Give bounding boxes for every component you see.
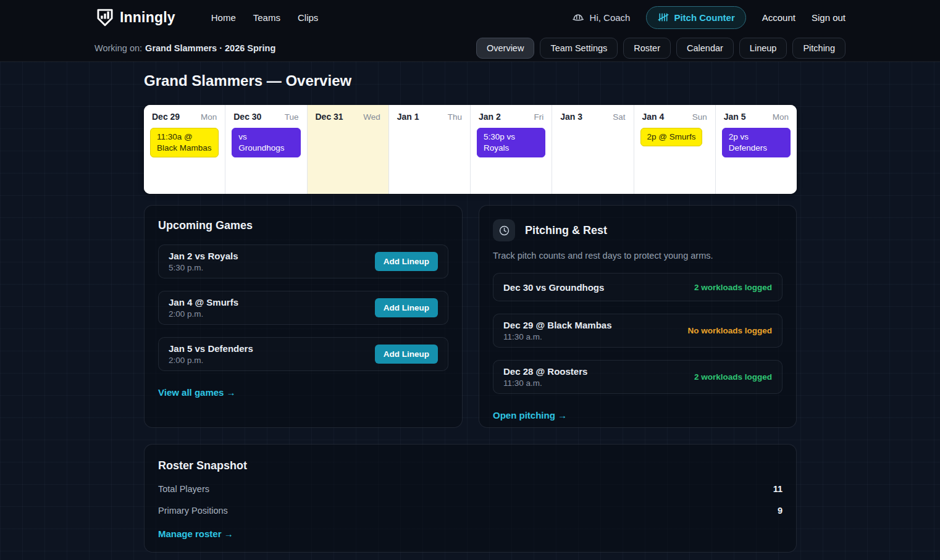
calendar-day-date: Jan 1 (397, 112, 419, 122)
roster-stat-row: Primary Positions 9 (158, 506, 783, 516)
game-name: Jan 4 @ Smurfs (169, 297, 238, 307)
nav-home[interactable]: Home (211, 12, 236, 23)
calendar-day: Dec 29 Mon 11:30a @ Black Mambas (144, 105, 225, 194)
roster-stat-value: 9 (778, 506, 783, 516)
team-tab[interactable]: Team Settings (540, 38, 618, 59)
calendar-day: Dec 30 Tue vs Groundhogs (225, 105, 307, 194)
main-content: Grand Slammers — Overview Dec 29 Mon 11:… (0, 62, 940, 560)
roster-stat-label: Total Players (158, 484, 209, 494)
game-chip[interactable]: 5:30p vs Royals (477, 128, 545, 157)
workload-game-name: Dec 29 @ Black Mambas (503, 320, 612, 330)
roster-stat-value: 11 (773, 484, 783, 494)
team-tab[interactable]: Lineup (739, 38, 787, 59)
nav-teams[interactable]: Teams (253, 12, 280, 23)
calendar-day-weekday: Mon (773, 112, 789, 122)
upcoming-games-card: Upcoming Games Jan 2 vs Royals 5:30 p.m.… (144, 205, 463, 428)
calendar-day: Jan 4 Sun 2p @ Smurfs (634, 105, 716, 194)
add-lineup-button[interactable]: Add Lineup (375, 345, 438, 364)
workload-list: Dec 30 vs Groundhogs 2 workloads logged … (493, 273, 783, 394)
game-name: Jan 5 vs Defenders (169, 343, 253, 354)
add-lineup-button[interactable]: Add Lineup (375, 298, 438, 317)
working-on-context: Working on:Grand Slammers · 2026 Spring (94, 43, 275, 53)
calendar-day-date: Jan 5 (724, 112, 746, 122)
calendar-strip: Dec 29 Mon 11:30a @ Black Mambas Dec 30 … (144, 105, 797, 194)
game-time: 2:00 p.m. (169, 356, 253, 365)
calendar-day-weekday: Mon (201, 112, 217, 122)
team-tab[interactable]: Overview (476, 38, 534, 59)
manage-roster-link[interactable]: Manage roster → (158, 529, 233, 539)
account-link[interactable]: Account (762, 12, 795, 23)
team-tab[interactable]: Calendar (676, 38, 734, 59)
calendar-day-date: Dec 29 (152, 112, 180, 122)
open-pitching-link[interactable]: Open pitching → (493, 410, 567, 420)
roster-snapshot-card: Roster Snapshot Total Players 11 Primary… (144, 444, 797, 553)
workload-game-time: 11:30 a.m. (503, 378, 587, 388)
game-row: Jan 4 @ Smurfs 2:00 p.m. Add Lineup (158, 291, 448, 325)
brand-name: Inningly (120, 9, 175, 26)
tally-marks-icon (657, 12, 669, 23)
game-chip[interactable]: 11:30a @ Black Mambas (150, 128, 219, 157)
game-name: Jan 2 vs Royals (169, 251, 238, 261)
workload-row: Dec 30 vs Groundhogs 2 workloads logged (493, 273, 783, 301)
roster-stat-label: Primary Positions (158, 506, 228, 516)
roster-snapshot-title: Roster Snapshot (158, 459, 783, 472)
calendar-day: Jan 5 Mon 2p vs Defenders (716, 105, 797, 194)
calendar-day-weekday: Sat (613, 112, 625, 122)
game-time: 5:30 p.m. (169, 263, 238, 272)
pitching-rest-title: Pitching & Rest (525, 224, 607, 237)
workload-game-name: Dec 28 @ Roosters (503, 366, 587, 377)
baseball-cap-icon (572, 11, 584, 23)
game-chip[interactable]: vs Groundhogs (232, 128, 300, 157)
roster-stat-row: Total Players 11 (158, 484, 783, 494)
calendar-day-date: Jan 3 (560, 112, 582, 122)
calendar-day-weekday: Tue (285, 112, 299, 122)
game-row: Jan 2 vs Royals 5:30 p.m. Add Lineup (158, 244, 448, 278)
nav-clips[interactable]: Clips (298, 12, 318, 23)
app-header: Inningly Home Teams Clips Hi, Coach (0, 0, 940, 62)
upcoming-games-list: Jan 2 vs Royals 5:30 p.m. Add Lineup Jan… (158, 244, 448, 371)
calendar-day-weekday: Wed (363, 112, 380, 122)
workload-game-time: 11:30 a.m. (503, 332, 612, 341)
calendar-day-date: Jan 4 (642, 112, 665, 122)
game-row: Jan 5 vs Defenders 2:00 p.m. Add Lineup (158, 337, 448, 371)
workload-game-name: Dec 30 vs Groundhogs (503, 282, 604, 293)
workload-row: Dec 28 @ Roosters 11:30 a.m. 2 workloads… (493, 360, 783, 394)
game-chip[interactable]: 2p @ Smurfs (640, 128, 703, 146)
page-title: Grand Slammers — Overview (144, 72, 797, 90)
calendar-day: Jan 2 Fri 5:30p vs Royals (471, 105, 552, 194)
home-plate-chart-icon (94, 7, 115, 28)
calendar-day: Jan 1 Thu (389, 105, 471, 194)
team-tabs: Overview Team Settings Roster Calendar L… (476, 38, 846, 59)
team-tab[interactable]: Roster (623, 38, 671, 59)
workload-status-badge: 2 workloads logged (694, 283, 772, 292)
signout-link[interactable]: Sign out (812, 12, 846, 23)
upcoming-games-title: Upcoming Games (158, 219, 448, 232)
roster-stats: Total Players 11 Primary Positions 9 (158, 484, 783, 516)
calendar-day-weekday: Thu (448, 112, 462, 122)
pitching-rest-card: Pitching & Rest Track pitch counts and r… (479, 205, 797, 428)
calendar-day-date: Jan 2 (479, 112, 501, 122)
calendar-day: Jan 3 Sat (552, 105, 634, 194)
view-all-games-link[interactable]: View all games → (158, 387, 236, 398)
game-time: 2:00 p.m. (169, 309, 238, 319)
workload-row: Dec 29 @ Black Mambas 11:30 a.m. No work… (493, 314, 783, 348)
brand-logo[interactable]: Inningly (94, 7, 175, 28)
add-lineup-button[interactable]: Add Lineup (375, 252, 438, 271)
workload-status-badge: No workloads logged (687, 326, 772, 335)
team-tab[interactable]: Pitching (792, 38, 846, 59)
calendar-day-weekday: Fri (534, 112, 544, 122)
user-greeting: Hi, Coach (572, 11, 631, 23)
main-nav: Home Teams Clips (211, 12, 319, 23)
calendar-day-weekday: Sun (692, 112, 707, 122)
pitch-counter-button[interactable]: Pitch Counter (646, 6, 745, 29)
clock-icon (493, 219, 515, 241)
team-context: Grand Slammers · 2026 Spring (145, 43, 275, 53)
workload-status-badge: 2 workloads logged (694, 372, 772, 382)
pitching-rest-subtitle: Track pitch counts and rest days to prot… (493, 251, 783, 261)
calendar-day-date: Dec 31 (316, 112, 343, 122)
game-chip[interactable]: 2p vs Defenders (722, 128, 791, 157)
calendar-day-date: Dec 30 (233, 112, 261, 122)
calendar-day: Dec 31 Wed (308, 105, 389, 194)
